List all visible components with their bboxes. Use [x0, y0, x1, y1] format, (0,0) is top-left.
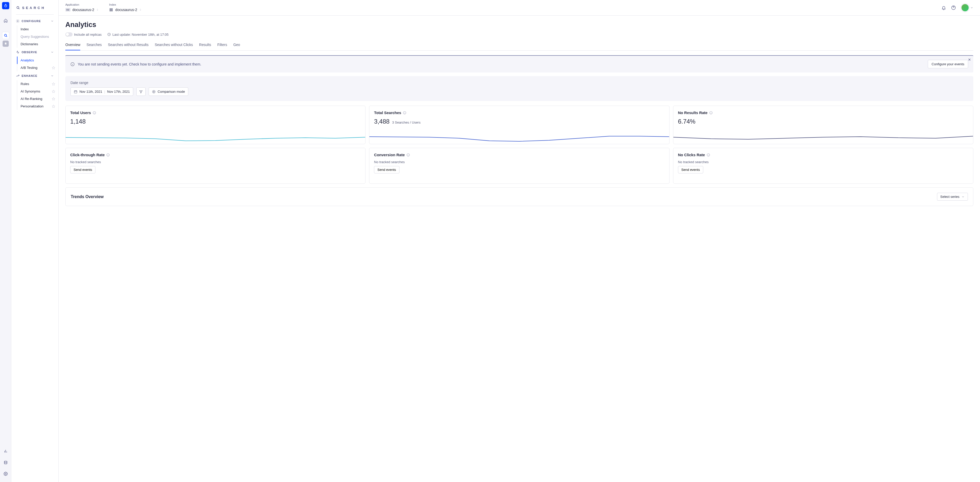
info-icon[interactable] — [706, 153, 710, 157]
top-bar: Application D2 docusaurus-2 Index docusa… — [59, 0, 980, 16]
section-configure[interactable]: CONFIGURE — [11, 17, 58, 25]
include-replicas-label: Include all replicas — [74, 33, 102, 36]
application-selector[interactable]: D2 docusaurus-2 — [65, 8, 99, 12]
rail-settings-icon[interactable] — [2, 470, 9, 477]
configure-events-button[interactable]: Configure your events — [928, 60, 968, 68]
bell-icon[interactable] — [942, 5, 946, 10]
close-icon[interactable] — [968, 58, 971, 62]
help-icon[interactable] — [951, 5, 956, 10]
date-range-picker[interactable]: Nov 11th, 2021 | Nov 17th, 2021 — [70, 87, 133, 96]
svg-point-4 — [17, 6, 19, 8]
info-icon[interactable] — [406, 153, 410, 157]
index-label: Index — [109, 3, 142, 6]
rail-search-product-icon[interactable] — [2, 32, 9, 39]
chevron-down-icon — [51, 19, 54, 22]
svg-rect-12 — [74, 90, 77, 93]
tab-geo[interactable]: Geo — [233, 41, 240, 50]
section-observe[interactable]: OBSERVE — [11, 48, 58, 57]
svg-point-3 — [5, 473, 6, 474]
page-title: Analytics — [65, 21, 973, 29]
rail-home-icon[interactable] — [2, 17, 9, 24]
card-no-clicks[interactable]: No Clicks Rate No tracked searches Send … — [673, 148, 973, 184]
user-menu[interactable] — [961, 3, 973, 12]
include-replicas-toggle[interactable] — [65, 32, 73, 36]
svg-rect-7 — [110, 10, 113, 10]
sidebar-item-index[interactable]: Index — [17, 25, 58, 33]
card-conversion[interactable]: Conversion Rate No tracked searches Send… — [369, 148, 669, 184]
updown-icon — [96, 8, 99, 11]
date-range-label: Date range — [70, 81, 968, 85]
filter-button[interactable] — [136, 87, 146, 96]
send-events-button[interactable]: Send events — [70, 166, 95, 173]
tab-searches-no-clicks[interactable]: Searches without Clicks — [154, 41, 193, 50]
sidebar-item-ab-testing[interactable]: A/B Testing — [17, 64, 58, 71]
star-icon[interactable] — [52, 97, 55, 101]
filter-icon — [139, 90, 143, 94]
avatar — [961, 3, 969, 12]
card-total-users[interactable]: Total Users 1,148 — [65, 106, 366, 144]
sidebar-item-ai-reranking[interactable]: AI Re-Ranking — [17, 95, 58, 103]
application-label: Application — [65, 3, 99, 6]
updown-icon — [139, 8, 142, 11]
svg-rect-8 — [110, 11, 113, 11]
chevron-down-icon — [51, 51, 54, 54]
sidebar-item-personalization[interactable]: Personalization — [17, 103, 58, 110]
card-ctr[interactable]: Click-through Rate No tracked searches S… — [65, 148, 366, 184]
tab-searches-no-results[interactable]: Searches without Results — [108, 41, 149, 50]
last-update: Last update: November 18th, at 17:05 — [112, 33, 169, 36]
tabs: Overview Searches Searches without Resul… — [65, 41, 973, 51]
sparkline-searches — [369, 133, 669, 144]
tab-results[interactable]: Results — [199, 41, 211, 50]
sidebar-item-ai-synonyms[interactable]: AI Synonyms — [17, 87, 58, 95]
info-icon[interactable] — [403, 111, 406, 114]
rail-recommend-icon[interactable] — [3, 41, 9, 47]
chevron-down-icon — [51, 74, 54, 77]
rail-logo-icon[interactable] — [2, 2, 9, 9]
info-icon[interactable] — [106, 153, 110, 157]
play-circle-icon — [152, 90, 156, 94]
trends-title: Trends Overview — [71, 195, 103, 199]
sidebar-item-analytics[interactable]: Analytics — [17, 57, 58, 64]
svg-point-5 — [17, 21, 18, 22]
svg-rect-6 — [110, 8, 113, 9]
card-total-searches[interactable]: Total Searches 3,4883 Searches / Users — [369, 106, 669, 144]
section-enhance[interactable]: ENHANCE — [11, 71, 58, 80]
tab-searches[interactable]: Searches — [86, 41, 102, 50]
send-events-button[interactable]: Send events — [678, 166, 703, 173]
star-icon[interactable] — [52, 105, 55, 108]
info-icon — [70, 62, 75, 66]
list-icon — [109, 8, 113, 12]
sidebar-brand: SEARCH — [11, 4, 58, 14]
gear-icon — [16, 19, 19, 23]
send-events-button[interactable]: Send events — [374, 166, 399, 173]
info-icon[interactable] — [92, 111, 96, 114]
clock-icon — [107, 33, 111, 36]
tab-filters[interactable]: Filters — [217, 41, 227, 50]
star-icon[interactable] — [52, 90, 55, 93]
info-icon[interactable] — [709, 111, 713, 114]
svg-point-13 — [153, 90, 155, 93]
sidebar-item-rules[interactable]: Rules — [17, 80, 58, 87]
svg-point-2 — [4, 461, 7, 462]
search-icon — [16, 6, 20, 10]
comparison-mode-button[interactable]: Comparison mode — [149, 87, 188, 96]
date-range-panel: Date range Nov 11th, 2021 | Nov 17th, 20… — [65, 76, 973, 101]
banner-text: You are not sending events yet. Check ho… — [78, 62, 201, 66]
index-selector[interactable]: docusaurus-2 — [109, 8, 142, 12]
brand-text: SEARCH — [22, 6, 46, 10]
svg-point-1 — [4, 34, 6, 36]
sidebar-item-query-suggestions[interactable]: Query Suggestions — [17, 33, 58, 40]
select-series-dropdown[interactable]: Select series — [937, 193, 968, 201]
pulse-icon — [16, 50, 19, 54]
tab-overview[interactable]: Overview — [65, 41, 80, 50]
rail-database-icon[interactable] — [2, 459, 9, 466]
star-icon[interactable] — [52, 82, 55, 86]
icon-rail — [0, 0, 11, 482]
card-no-results-rate[interactable]: No Results Rate 6.74% — [673, 106, 973, 144]
star-icon[interactable] — [52, 66, 55, 70]
rail-analytics-icon[interactable] — [2, 447, 9, 455]
sparkline-no-results — [673, 133, 973, 144]
calendar-icon — [74, 90, 78, 94]
sidebar-item-dictionaries[interactable]: Dictionaries — [17, 40, 58, 48]
sidebar: SEARCH CONFIGURE Index Query Suggestions… — [11, 0, 59, 482]
